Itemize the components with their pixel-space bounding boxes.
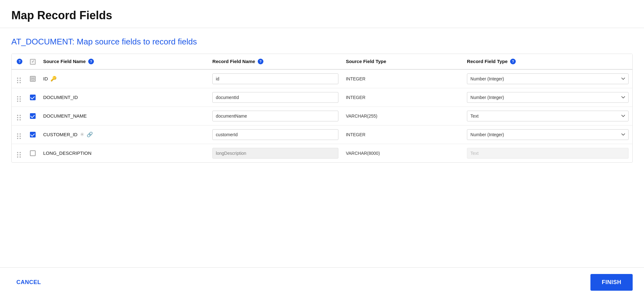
- record-field-input[interactable]: [212, 92, 338, 103]
- footer: CANCEL FINISH: [0, 267, 644, 297]
- record-field-type-cell: TextNumber (Integer)Number (Decimal)Bool…: [463, 69, 632, 88]
- table-row: CUSTOMER_ID✳🔗INTEGERTextNumber (Integer)…: [12, 125, 632, 144]
- record-field-cell: [209, 107, 342, 125]
- drag-handle[interactable]: [12, 144, 26, 162]
- select-all-checkbox[interactable]: [30, 59, 36, 65]
- table-row: LONG_DESCRIPTIONVARCHAR(8000)TextNumber …: [12, 144, 632, 162]
- drag-handle[interactable]: [12, 107, 26, 125]
- record-field-type-select[interactable]: TextNumber (Integer)Number (Decimal)Bool…: [467, 129, 629, 140]
- record-field-type-select[interactable]: TextNumber (Integer)Number (Decimal)Bool…: [467, 92, 629, 103]
- row-checkbox[interactable]: [30, 113, 36, 119]
- source-field-name-cell: CUSTOMER_ID✳🔗: [39, 125, 209, 144]
- source-field-type-cell: INTEGER: [342, 125, 463, 144]
- table-container: ? Source Field Name ? Record Field Name: [11, 54, 633, 163]
- source-field-name-cell: ID🔑: [39, 69, 209, 88]
- source-field-name-text: CUSTOMER_ID: [43, 132, 78, 137]
- page-title: Map Record Fields: [11, 9, 633, 22]
- drag-dots-icon[interactable]: [17, 152, 21, 158]
- drag-dots-icon[interactable]: [17, 133, 21, 139]
- source-field-name-cell: DOCUMENT_NAME: [39, 107, 209, 125]
- help-icon[interactable]: ?: [17, 59, 22, 64]
- source-field-name-text: DOCUMENT_NAME: [43, 113, 87, 119]
- mapping-table: ? Source Field Name ? Record Field Name: [12, 54, 632, 162]
- row-checkbox[interactable]: [30, 132, 36, 137]
- source-field-type-text: VARCHAR(8000): [346, 151, 380, 156]
- table-row: DOCUMENT_NAMEVARCHAR(255)TextNumber (Int…: [12, 107, 632, 125]
- record-field-cell: [209, 144, 342, 162]
- record-field-type-cell: TextNumber (Integer)Number (Decimal)Bool…: [463, 88, 632, 107]
- source-field-type-text: INTEGER: [346, 132, 365, 137]
- source-field-name-text: DOCUMENT_ID: [43, 95, 78, 100]
- source-field-type-cell: INTEGER: [342, 88, 463, 107]
- record-field-input[interactable]: [212, 129, 338, 140]
- drag-dots-icon[interactable]: [17, 78, 21, 83]
- th-help: ?: [12, 54, 26, 69]
- source-field-name-cell: LONG_DESCRIPTION: [39, 144, 209, 162]
- section-title: AT_DOCUMENT: Map source fields to record…: [11, 37, 633, 47]
- row-checkbox[interactable]: [30, 95, 36, 100]
- drag-handle[interactable]: [12, 69, 26, 88]
- source-field-name-text: ID: [43, 76, 48, 81]
- record-field-input[interactable]: [212, 111, 338, 121]
- source-field-name-help-icon[interactable]: ?: [88, 59, 94, 64]
- record-field-type-cell: TextNumber (Integer)Number (Decimal)Bool…: [463, 107, 632, 125]
- snowflake-icon: ✳: [80, 131, 84, 137]
- source-field-type-text: VARCHAR(255): [346, 114, 377, 119]
- th-source-field-name: Source Field Name ?: [39, 54, 209, 69]
- source-field-type-cell: INTEGER: [342, 69, 463, 88]
- drag-handle[interactable]: [12, 88, 26, 107]
- th-checkbox: [26, 54, 39, 69]
- drag-handle[interactable]: [12, 125, 26, 144]
- source-field-type-text: INTEGER: [346, 95, 365, 100]
- page-header: Map Record Fields: [0, 0, 644, 28]
- record-field-type-cell: TextNumber (Integer)Number (Decimal)Bool…: [463, 125, 632, 144]
- th-record-field-name: Record Field Name ?: [209, 54, 342, 69]
- drag-dots-icon[interactable]: [17, 115, 21, 120]
- record-field-input[interactable]: [212, 148, 338, 159]
- source-field-name-text: LONG_DESCRIPTION: [43, 150, 91, 156]
- source-field-name-cell: DOCUMENT_ID: [39, 88, 209, 107]
- drag-dots-icon[interactable]: [17, 96, 21, 102]
- table-row: DOCUMENT_IDINTEGERTextNumber (Integer)Nu…: [12, 88, 632, 107]
- record-field-cell: [209, 125, 342, 144]
- source-field-type-text: INTEGER: [346, 76, 365, 81]
- source-field-type-cell: VARCHAR(8000): [342, 144, 463, 162]
- record-field-type-select[interactable]: TextNumber (Integer)Number (Decimal)Bool…: [467, 73, 629, 84]
- th-source-field-type: Source Field Type: [342, 54, 463, 69]
- record-field-type-select[interactable]: TextNumber (Integer)Number (Decimal)Bool…: [467, 148, 629, 159]
- finish-button[interactable]: FINISH: [590, 274, 633, 291]
- record-field-cell: [209, 69, 342, 88]
- table-row: ID🔑INTEGERTextNumber (Integer)Number (De…: [12, 69, 632, 88]
- th-record-field-type: Record Field Type ?: [463, 54, 632, 69]
- row-checkbox[interactable]: [30, 76, 36, 82]
- source-field-type-cell: VARCHAR(255): [342, 107, 463, 125]
- row-checkbox[interactable]: [30, 150, 36, 156]
- record-field-type-help-icon[interactable]: ?: [510, 59, 516, 64]
- record-field-name-help-icon[interactable]: ?: [258, 59, 263, 64]
- table-header-row: ? Source Field Name ? Record Field Name: [12, 54, 632, 69]
- record-field-type-cell: TextNumber (Integer)Number (Decimal)Bool…: [463, 144, 632, 162]
- page-content: AT_DOCUMENT: Map source fields to record…: [0, 28, 644, 267]
- record-field-type-select[interactable]: TextNumber (Integer)Number (Decimal)Bool…: [467, 111, 629, 121]
- cancel-button[interactable]: CANCEL: [11, 275, 46, 289]
- key-icon: 🔑: [50, 76, 57, 82]
- link-icon: 🔗: [87, 131, 93, 137]
- record-field-cell: [209, 88, 342, 107]
- record-field-input[interactable]: [212, 73, 338, 84]
